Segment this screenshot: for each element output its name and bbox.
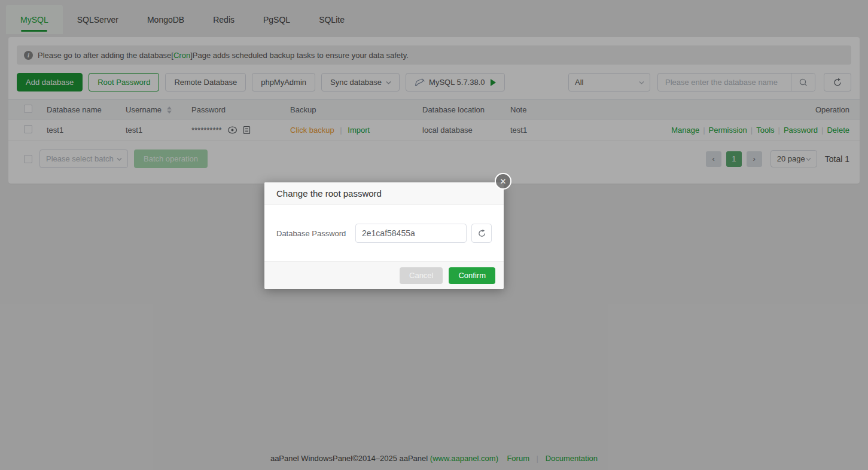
dialog-title: Change the root password	[264, 182, 504, 205]
regenerate-password-button[interactable]	[471, 224, 492, 243]
dialog-footer: Cancel Confirm	[264, 261, 504, 289]
change-root-password-dialog: ✕ Change the root password Database Pass…	[264, 182, 504, 289]
refresh-icon	[477, 229, 486, 238]
close-icon: ✕	[500, 178, 507, 185]
close-dialog-button[interactable]: ✕	[495, 173, 511, 190]
confirm-button[interactable]: Confirm	[449, 267, 495, 284]
dialog-body: Database Password	[264, 205, 504, 261]
database-password-input[interactable]	[355, 224, 467, 243]
cancel-button[interactable]: Cancel	[400, 267, 443, 284]
database-password-label: Database Password	[276, 229, 355, 238]
